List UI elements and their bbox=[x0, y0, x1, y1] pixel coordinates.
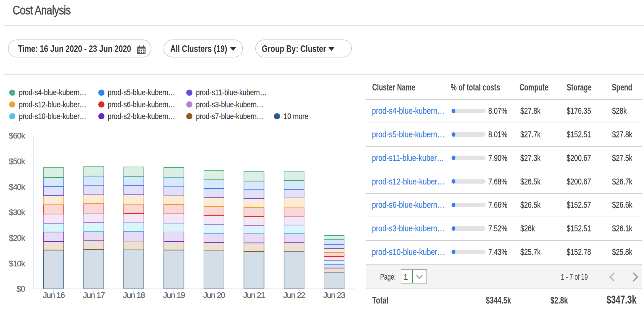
svg-text:$30k: $30k bbox=[9, 208, 26, 217]
svg-text:Jun 16: Jun 16 bbox=[43, 291, 65, 300]
svg-text:Jun 20: Jun 20 bbox=[203, 291, 225, 300]
svg-text:Jun 23: Jun 23 bbox=[323, 291, 345, 300]
svg-text:$60k: $60k bbox=[9, 131, 26, 140]
svg-text:$0: $0 bbox=[17, 284, 25, 293]
svg-text:Jun 21: Jun 21 bbox=[243, 291, 265, 300]
svg-text:$10k: $10k bbox=[9, 259, 26, 268]
svg-text:$40k: $40k bbox=[9, 182, 26, 192]
svg-text:Jun 19: Jun 19 bbox=[163, 291, 185, 300]
svg-text:$50k: $50k bbox=[9, 157, 26, 166]
svg-text:Jun 18: Jun 18 bbox=[123, 291, 145, 300]
svg-text:$20k: $20k bbox=[9, 233, 26, 243]
svg-text:Jun 17: Jun 17 bbox=[83, 291, 105, 300]
svg-text:Jun 22: Jun 22 bbox=[283, 291, 305, 300]
